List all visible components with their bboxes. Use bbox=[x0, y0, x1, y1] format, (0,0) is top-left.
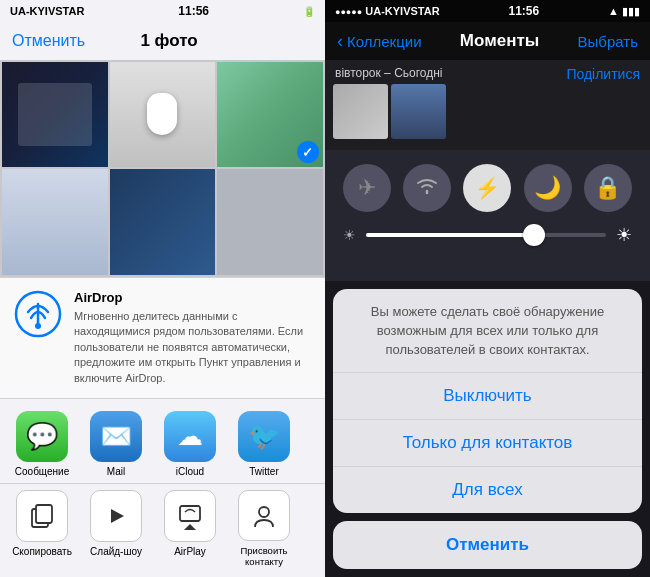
airdrop-dialog: Вы можете сделать своё обнаружение возмо… bbox=[333, 289, 642, 513]
time-right: 11:56 bbox=[509, 4, 540, 18]
svg-point-7 bbox=[259, 507, 269, 517]
photo-thumb-3[interactable] bbox=[217, 62, 323, 168]
share-item-mail[interactable]: ✉️ Mail bbox=[82, 411, 150, 477]
action-assign-contact[interactable]: Присвоить контакту bbox=[230, 490, 298, 567]
preview-thumb-img-1 bbox=[333, 84, 388, 139]
select-button[interactable]: Выбрать bbox=[578, 33, 638, 50]
svg-marker-6 bbox=[184, 524, 196, 530]
back-button[interactable]: ‹ Коллекции bbox=[337, 31, 422, 52]
photo-thumb-6[interactable] bbox=[217, 169, 323, 275]
mail-icon: ✉️ bbox=[90, 411, 142, 462]
share-label-twitter: Twitter bbox=[249, 466, 278, 477]
share-label-mail: Mail bbox=[107, 466, 125, 477]
thumb-content-2 bbox=[147, 93, 177, 135]
action-label-slideshow: Слайд-шоу bbox=[90, 546, 142, 557]
photo-thumb-4[interactable] bbox=[2, 169, 108, 275]
airplay-icon bbox=[164, 490, 216, 542]
brightness-slider[interactable] bbox=[366, 233, 606, 237]
action-label-airplay: AirPlay bbox=[174, 546, 206, 557]
cancel-dialog-button[interactable]: Отменить bbox=[333, 521, 642, 569]
brightness-fill bbox=[366, 233, 534, 237]
brightness-low-icon: ☀ bbox=[343, 227, 356, 243]
nav-bar-left: Отменить 1 фото bbox=[0, 22, 325, 60]
page-title-left: 1 фото bbox=[140, 31, 197, 51]
airplane-icon: ✈ bbox=[358, 175, 376, 201]
brightness-row: ☀ ☀ bbox=[325, 222, 650, 256]
airdrop-icon bbox=[14, 290, 62, 338]
back-label: Коллекции bbox=[347, 33, 422, 50]
airdrop-title: AirDrop bbox=[74, 290, 311, 305]
slideshow-icon bbox=[90, 490, 142, 542]
battery-right-icon: ▮▮▮ bbox=[622, 5, 640, 18]
airdrop-description: Мгновенно делитесь данными с находящимис… bbox=[74, 309, 311, 386]
toggle-row: ✈ ⚡ 🌙 🔒 bbox=[325, 150, 650, 222]
wifi-toggle[interactable] bbox=[403, 164, 451, 212]
right-panel: ●●●●● UA-KYIVSTAR 11:56 ▲ ▮▮▮ ‹ Коллекци… bbox=[325, 0, 650, 577]
twitter-icon: 🐦 bbox=[238, 411, 290, 462]
svg-point-1 bbox=[35, 323, 41, 329]
action-row: Скопировать Слайд-шоу AirPlay bbox=[0, 483, 325, 577]
airplane-mode-toggle[interactable]: ✈ bbox=[343, 164, 391, 212]
preview-date: вівторок – Сьогодні bbox=[335, 66, 443, 80]
share-button-right[interactable]: Поділитися bbox=[566, 66, 640, 82]
svg-rect-3 bbox=[36, 505, 52, 523]
cancel-sheet: Отменить bbox=[333, 521, 642, 569]
photo-thumb-1[interactable] bbox=[2, 62, 108, 168]
share-label-messages: Сообщение bbox=[15, 466, 69, 477]
svg-marker-4 bbox=[111, 509, 124, 523]
left-panel: UA-KYIVSTAR 11:56 🔋 Отменить 1 фото bbox=[0, 0, 325, 577]
action-label-assign: Присвоить контакту bbox=[230, 545, 298, 567]
thumb-content-1 bbox=[18, 83, 92, 146]
airdrop-section: AirDrop Мгновенно делитесь данными с нах… bbox=[0, 277, 325, 399]
photo-thumb-5[interactable] bbox=[110, 169, 216, 275]
action-slideshow[interactable]: Слайд-шоу bbox=[82, 490, 150, 567]
carrier-right: ●●●●● UA-KYIVSTAR bbox=[335, 5, 440, 17]
moon-icon: 🌙 bbox=[534, 175, 561, 201]
status-bar-right: ●●●●● UA-KYIVSTAR 11:56 ▲ ▮▮▮ bbox=[325, 0, 650, 22]
everyone-button[interactable]: Для всех bbox=[333, 467, 642, 513]
bluetooth-toggle[interactable]: ⚡ bbox=[463, 164, 511, 212]
preview-thumb-1[interactable] bbox=[333, 84, 388, 139]
action-copy[interactable]: Скопировать bbox=[8, 490, 76, 567]
contacts-only-button[interactable]: Только для контактов bbox=[333, 420, 642, 467]
dnd-toggle[interactable]: 🌙 bbox=[524, 164, 572, 212]
share-icons-row: 💬 Сообщение ✉️ Mail ☁ iCloud 🐦 Twitter bbox=[0, 399, 325, 483]
bluetooth-icon: ⚡ bbox=[475, 176, 500, 200]
preview-thumb-img-2 bbox=[391, 84, 446, 139]
photos-grid bbox=[0, 60, 325, 277]
action-label-copy: Скопировать bbox=[12, 546, 72, 557]
brightness-knob[interactable] bbox=[523, 224, 545, 246]
page-title-right: Моменты bbox=[460, 31, 539, 51]
battery-icon: 🔋 bbox=[303, 6, 315, 17]
action-airplay[interactable]: AirPlay bbox=[156, 490, 224, 567]
preview-thumb-2[interactable] bbox=[391, 84, 446, 139]
airdrop-dialog-overlay: Вы можете сделать своё обнаружение возмо… bbox=[325, 281, 650, 577]
status-bar-left: UA-KYIVSTAR 11:56 🔋 bbox=[0, 0, 325, 22]
brightness-high-icon: ☀ bbox=[616, 224, 632, 246]
copy-icon bbox=[16, 490, 68, 542]
share-item-icloud[interactable]: ☁ iCloud bbox=[156, 411, 224, 477]
wifi-icon bbox=[415, 175, 439, 201]
cancel-button-left[interactable]: Отменить bbox=[12, 32, 85, 50]
icloud-icon: ☁ bbox=[164, 411, 216, 462]
photos-preview-area: вівторок – Сьогодні Поділитися bbox=[325, 60, 650, 150]
messages-icon: 💬 bbox=[16, 411, 68, 462]
svg-rect-5 bbox=[180, 506, 200, 521]
control-center-bg: ✈ ⚡ 🌙 🔒 ☀ bbox=[325, 150, 650, 577]
status-icons-left: 🔋 bbox=[303, 6, 315, 17]
rotation-lock-toggle[interactable]: 🔒 bbox=[584, 164, 632, 212]
share-label-icloud: iCloud bbox=[176, 466, 204, 477]
disable-button[interactable]: Выключить bbox=[333, 373, 642, 420]
wifi-status-icon: ▲ bbox=[608, 5, 619, 17]
carrier-left: UA-KYIVSTAR bbox=[10, 5, 84, 17]
chevron-left-icon: ‹ bbox=[337, 31, 343, 52]
rotation-lock-icon: 🔒 bbox=[594, 175, 621, 201]
time-left: 11:56 bbox=[178, 4, 209, 18]
assign-contact-icon bbox=[238, 490, 290, 541]
airdrop-dialog-message: Вы можете сделать своё обнаружение возмо… bbox=[333, 289, 642, 373]
airdrop-text: AirDrop Мгновенно делитесь данными с нах… bbox=[74, 290, 311, 386]
photo-thumb-2[interactable] bbox=[110, 62, 216, 168]
status-icons-right: ▲ ▮▮▮ bbox=[608, 5, 640, 18]
share-item-twitter[interactable]: 🐦 Twitter bbox=[230, 411, 298, 477]
share-item-messages[interactable]: 💬 Сообщение bbox=[8, 411, 76, 477]
